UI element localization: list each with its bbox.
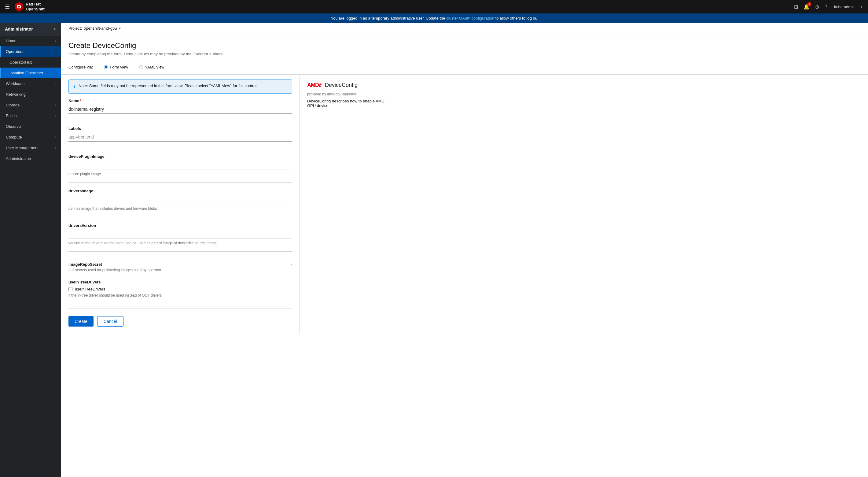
bell-icon[interactable]: 🔔 1 <box>804 4 810 10</box>
sidebar-item-administration[interactable]: Administration › <box>0 153 61 164</box>
info-note-text: Note: Some fields may not be represented… <box>79 84 258 88</box>
device-plugin-image-input-line <box>68 160 292 170</box>
name-required: * <box>80 98 81 103</box>
redhat-logo-icon <box>15 2 23 11</box>
use-in-tree-drivers-group: useInTreeDrivers useInTreeDrivers if the… <box>68 276 292 301</box>
drivers-image-label: driversImage <box>68 189 292 193</box>
networking-chevron-icon: › <box>55 93 56 96</box>
info-note: ℹ Note: Some fields may not be represent… <box>68 80 292 94</box>
project-dropdown[interactable]: openshift-amd-gpu ▼ <box>84 26 121 31</box>
use-in-tree-drivers-desc: if the in-tree driver should be used ins… <box>68 293 292 298</box>
yaml-view-option[interactable]: YAML view <box>139 65 164 69</box>
sidebar: Administrator ▼ Home › Operators › Opera… <box>0 23 61 477</box>
device-plugin-image-label: devicePluginImage <box>68 154 292 159</box>
sidebar-item-operatorhub[interactable]: OperatorHub <box>0 57 61 67</box>
drivers-image-section: driversImage defines image that includes… <box>68 189 292 211</box>
observe-chevron-icon: › <box>55 125 56 128</box>
project-dropdown-chevron-icon: ▼ <box>118 27 121 30</box>
sidebar-item-installed-operators[interactable]: Installed Operators <box>0 67 61 78</box>
form-sidebar-layout: ℹ Note: Some fields may not be represent… <box>61 74 868 334</box>
form-view-label: Form view <box>110 65 128 69</box>
compute-chevron-icon: › <box>55 136 56 139</box>
project-bar: Project: openshift-amd-gpu ▼ <box>61 23 868 34</box>
configure-via-row: Configure via: Form view YAML view <box>61 61 868 74</box>
name-label: Name* <box>68 98 292 103</box>
sidebar-item-builds[interactable]: Builds › <box>0 110 61 121</box>
page-header: Create DeviceConfig Create by completing… <box>61 34 868 61</box>
form-buttons: Create Cancel <box>68 308 292 327</box>
use-in-tree-drivers-title: useInTreeDrivers <box>68 280 292 285</box>
user-menu[interactable]: kube:admin <box>834 5 855 9</box>
info-panel-title: DeviceConfig <box>325 82 358 88</box>
drivers-image-input[interactable] <box>68 197 292 202</box>
labels-field-group: Labels <box>68 126 292 148</box>
sidebar-item-compute[interactable]: Compute › <box>0 132 61 143</box>
create-button[interactable]: Create <box>68 316 94 327</box>
use-in-tree-drivers-checkbox-label: useInTreeDrivers <box>75 287 105 291</box>
drivers-image-input-line <box>68 195 292 204</box>
yaml-view-radio[interactable] <box>139 65 143 69</box>
add-icon[interactable]: ⊕ <box>815 4 819 10</box>
labels-input[interactable] <box>68 133 292 142</box>
drivers-image-desc: defines image that includes drivers and … <box>68 206 292 211</box>
administration-chevron-icon: › <box>55 157 56 160</box>
drivers-version-input[interactable] <box>68 232 292 236</box>
name-input[interactable] <box>68 105 292 114</box>
page-subtitle: Create by completing the form. Default v… <box>68 52 861 56</box>
role-chevron-icon: ▼ <box>53 27 56 31</box>
image-repo-secret-chevron-icon: › <box>291 262 292 267</box>
operators-chevron-icon: › <box>55 50 56 53</box>
storage-chevron-icon: › <box>55 103 56 107</box>
sidebar-item-user-management[interactable]: User Management › <box>0 143 61 153</box>
page-title: Create DeviceConfig <box>68 41 861 50</box>
cancel-button[interactable]: Cancel <box>97 316 123 327</box>
drivers-version-label: driversVersion <box>68 223 292 228</box>
hamburger-menu[interactable]: ☰ <box>5 3 10 10</box>
image-repo-secret-desc: pull secrets used for pull/setting image… <box>68 268 292 272</box>
sidebar-item-home[interactable]: Home › <box>0 35 61 46</box>
use-in-tree-drivers-option[interactable]: useInTreeDrivers <box>68 287 292 291</box>
workloads-chevron-icon: › <box>55 82 56 85</box>
logo: Red Hat OpenShift <box>15 2 44 11</box>
home-chevron-icon: › <box>55 39 56 42</box>
sidebar-item-networking[interactable]: Networking › <box>0 89 61 100</box>
builds-chevron-icon: › <box>55 114 56 117</box>
drivers-version-section: driversVersion version of the drivers so… <box>68 223 292 245</box>
project-name: openshift-amd-gpu <box>84 26 117 31</box>
nav-icons: ⊞ 🔔 1 ⊕ ? kube:admin ▼ <box>794 4 863 10</box>
project-label: Project: <box>68 26 82 31</box>
form-area: ℹ Note: Some fields may not be represent… <box>61 74 300 334</box>
configure-via-label: Configure via: <box>68 65 93 69</box>
device-plugin-image-section: devicePluginImage device plugin image <box>68 154 292 176</box>
drivers-version-input-line <box>68 230 292 239</box>
sidebar-item-operators[interactable]: Operators › <box>0 46 61 57</box>
device-plugin-image-input[interactable] <box>68 162 292 167</box>
content-area: Project: openshift-amd-gpu ▼ Create Devi… <box>61 23 868 477</box>
use-in-tree-drivers-checkbox[interactable] <box>68 287 72 291</box>
logo-text: Red Hat OpenShift <box>26 2 44 11</box>
alert-banner: You are logged in as a temporary adminis… <box>0 13 868 23</box>
image-repo-secret-header[interactable]: imageRepoSecret › <box>68 262 292 267</box>
oauth-config-link[interactable]: cluster OAuth configuration <box>446 16 494 21</box>
notification-badge: 1 <box>807 2 811 6</box>
info-panel: AMD∂ DeviceConfig provided by amd-gpu-op… <box>300 74 397 334</box>
device-plugin-image-desc: device plugin image <box>68 172 292 176</box>
form-view-option[interactable]: Form view <box>104 65 128 69</box>
top-navigation: ☰ Red Hat OpenShift ⊞ 🔔 1 ⊕ ? kube:admin… <box>0 0 868 13</box>
yaml-view-label: YAML view <box>145 65 164 69</box>
sidebar-item-observe[interactable]: Observe › <box>0 121 61 132</box>
info-panel-provider: provided by amd-gpu-operator <box>307 92 390 96</box>
name-field-group: Name* <box>68 98 292 120</box>
form-view-radio[interactable] <box>104 65 108 69</box>
user-menu-chevron[interactable]: ▼ <box>860 5 863 8</box>
sidebar-item-workloads[interactable]: Workloads › <box>0 78 61 89</box>
sidebar-role[interactable]: Administrator ▼ <box>0 23 61 35</box>
help-icon[interactable]: ? <box>825 4 827 9</box>
image-repo-secret-section: imageRepoSecret › pull secrets used for … <box>68 258 292 276</box>
info-icon: ℹ <box>74 84 75 90</box>
image-repo-secret-label: imageRepoSecret <box>68 262 102 267</box>
info-panel-header: AMD∂ DeviceConfig <box>307 82 390 88</box>
info-panel-description: DeviceConfig describes how to enable AMD… <box>307 99 390 108</box>
sidebar-item-storage[interactable]: Storage › <box>0 100 61 110</box>
grid-icon[interactable]: ⊞ <box>794 4 798 10</box>
